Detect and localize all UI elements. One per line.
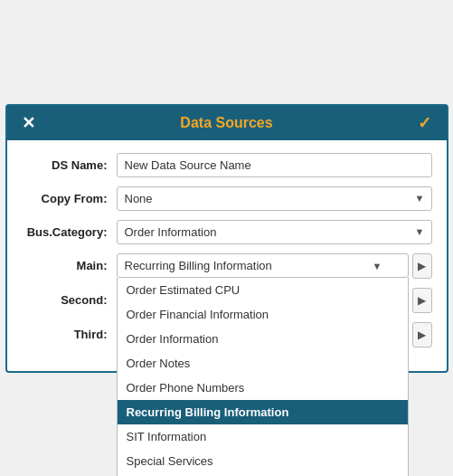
orange-arrow-annotation: ➜ [449, 241, 453, 277]
main-dropdown-arrow-icon: ▼ [373, 261, 382, 271]
dropdown-item[interactable]: Special Services [118, 449, 408, 473]
copy-from-row: Copy From: None ▼ [22, 186, 432, 211]
data-sources-dialog: ✕ Data Sources ✓ DS Name: Copy From: Non… [5, 104, 448, 373]
dropdown-item[interactable]: Order Financial Information [118, 302, 408, 327]
second-expand-button[interactable]: ▶ [412, 288, 432, 313]
dialog-title: Data Sources [40, 115, 414, 131]
copy-from-label: Copy From: [22, 192, 117, 205]
main-dropdown-container: Recurring Billing Information ▼ Order Es… [117, 253, 409, 278]
confirm-icon[interactable]: ✓ [414, 113, 436, 133]
third-label: Third: [22, 328, 117, 341]
dropdown-item[interactable]: Order Notes [118, 351, 408, 376]
dropdown-item[interactable]: Recurring Billing Information [118, 400, 408, 424]
main-controls: Recurring Billing Information ▼ Order Es… [117, 253, 432, 279]
copy-from-field-wrapper: None ▼ [117, 186, 432, 211]
copy-from-select[interactable]: None [117, 186, 432, 211]
dialog-header: ✕ Data Sources ✓ [7, 106, 447, 140]
main-select-row: Recurring Billing Information ▼ Order Es… [117, 253, 432, 279]
ds-name-field-wrapper [117, 153, 432, 177]
dropdown-item[interactable]: Order Information [118, 327, 408, 351]
dropdown-item[interactable]: Order Estimated CPU [118, 278, 408, 302]
second-label: Second: [22, 293, 117, 307]
bus-category-row: Bus.Category: Order Information ▼ [22, 220, 432, 244]
ds-name-label: DS Name: [22, 158, 117, 172]
bus-category-select[interactable]: Order Information [117, 220, 432, 244]
main-dropdown-display[interactable]: Recurring Billing Information ▼ [117, 253, 409, 278]
ds-name-row: DS Name: [22, 153, 432, 177]
main-expand-button[interactable]: ▶ [412, 253, 432, 279]
main-row: Main: Recurring Billing Information ▼ Or… [22, 253, 432, 279]
main-dropdown-list: Order Estimated CPUOrder Financial Infor… [117, 278, 409, 476]
main-dropdown-value: Recurring Billing Information [125, 259, 272, 272]
main-label: Main: [22, 253, 117, 272]
bus-category-select-wrapper: Order Information ▼ [117, 220, 432, 244]
close-icon[interactable]: ✕ [18, 113, 40, 133]
third-expand-button[interactable]: ▶ [412, 322, 432, 347]
ds-name-input[interactable] [117, 153, 432, 177]
dropdown-item[interactable]: Order Phone Numbers [118, 376, 408, 400]
copy-from-select-wrapper: None ▼ [117, 186, 432, 211]
bus-category-label: Bus.Category: [22, 225, 117, 239]
dropdown-item[interactable]: SIT Information [118, 424, 408, 449]
bus-category-field-wrapper: Order Information ▼ [117, 220, 432, 244]
dialog-body: DS Name: Copy From: None ▼ Bus.Category: [7, 140, 447, 371]
